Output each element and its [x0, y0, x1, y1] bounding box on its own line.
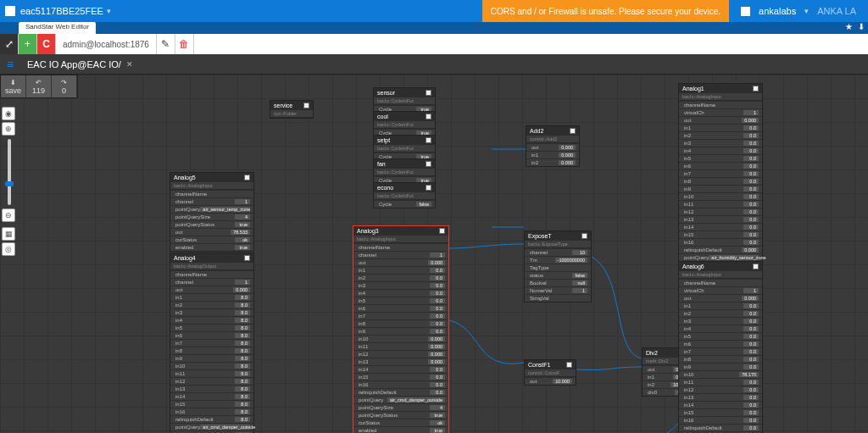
- node-row[interactable]: in40.0: [679, 325, 762, 332]
- node-row[interactable]: in90.0: [353, 327, 448, 335]
- node-toggle-icon[interactable]: [303, 103, 309, 108]
- node-row[interactable]: in100.0: [679, 192, 762, 200]
- node-row[interactable]: in88.0: [170, 347, 253, 354]
- node-row[interactable]: virtualCh1: [679, 108, 762, 116]
- node-toggle-icon[interactable]: [439, 228, 445, 234]
- node-row[interactable]: pointQuerySize4: [170, 213, 253, 220]
- node-row[interactable]: in98.0: [170, 354, 253, 362]
- eye-icon[interactable]: ◉: [2, 107, 15, 120]
- device-name[interactable]: eac5117BBE25FEE: [20, 6, 103, 16]
- zoom-in-icon[interactable]: ⊕: [2, 122, 15, 136]
- node-row[interactable]: relinquishDefault0.0: [679, 424, 762, 431]
- node-row[interactable]: channel1: [353, 251, 448, 258]
- node-row[interactable]: pointQueryair_humidity_sensor_zone: [679, 253, 762, 261]
- node-add2[interactable]: Add2 control::Add2 out0.000in10.000in20.…: [526, 125, 580, 167]
- star-icon[interactable]: ★: [845, 22, 853, 31]
- delete-button[interactable]: 🗑: [175, 34, 194, 54]
- node-row[interactable]: pointQueryair_sensor_temp_zone: [170, 205, 253, 213]
- node-row[interactable]: in130.0: [679, 393, 762, 401]
- node-row[interactable]: in140.0: [353, 365, 448, 373]
- node-row[interactable]: in150.0: [679, 230, 762, 238]
- user-label[interactable]: ankalabs: [759, 6, 796, 16]
- node-row[interactable]: in70.0: [679, 347, 762, 355]
- node-row[interactable]: in158.0: [170, 400, 253, 408]
- node-row[interactable]: in18.0: [170, 293, 253, 301]
- node-row[interactable]: out10.000: [525, 377, 576, 385]
- node-row[interactable]: in110.0: [679, 378, 762, 386]
- node-row[interactable]: channel1: [170, 197, 253, 205]
- menu-icon[interactable]: [5, 6, 15, 16]
- node-row[interactable]: in110.000: [353, 342, 448, 350]
- node-row[interactable]: in148.0: [170, 392, 253, 400]
- address-field[interactable]: admin@localhost:1876: [56, 34, 157, 54]
- node-row[interactable]: in30.0: [353, 281, 448, 289]
- node-row[interactable]: in110.0: [679, 200, 762, 208]
- node-sensor[interactable]: sensor bacIo::CycleInFut Cycletrue: [373, 87, 436, 114]
- node-row[interactable]: Cyclefalse: [374, 200, 435, 208]
- node-row[interactable]: in10.0: [679, 124, 762, 131]
- close-icon[interactable]: ✕: [126, 60, 133, 69]
- node-row[interactable]: in20.0: [353, 274, 448, 281]
- node-row[interactable]: relinquishDefault0.000: [679, 246, 762, 253]
- node-row[interactable]: in160.0: [679, 416, 762, 424]
- reload-button[interactable]: C: [37, 34, 56, 54]
- node-row[interactable]: in140.0: [679, 401, 762, 408]
- node-analog4[interactable]: Analog4 bacIo::AnalogOutput channelNamec…: [170, 253, 254, 433]
- node-toggle-icon[interactable]: [426, 90, 431, 96]
- node-toggle-icon[interactable]: [753, 264, 759, 269]
- node-analog6[interactable]: Analog6 bacIo::AnalogInput channelNamevi…: [678, 261, 763, 433]
- node-row[interactable]: in30.0: [679, 139, 762, 147]
- node-service[interactable]: service sys::Folder: [270, 100, 314, 119]
- node-setpt[interactable]: setpt bacIo::CycleInFut Cycletrue: [373, 135, 436, 161]
- node-row[interactable]: pointQueryair_cmd_damper_outside: [170, 423, 253, 430]
- node-row[interactable]: channelName: [170, 190, 253, 197]
- node-toggle-icon[interactable]: [426, 161, 431, 167]
- node-row[interactable]: in50.0: [353, 297, 448, 304]
- node-row[interactable]: relinquishDefault8.0: [170, 415, 253, 423]
- node-row[interactable]: in70.0: [353, 312, 448, 319]
- node-toggle-icon[interactable]: [426, 185, 431, 191]
- node-row[interactable]: curStatusok: [170, 236, 253, 243]
- node-toggle-icon[interactable]: [570, 128, 576, 134]
- node-row[interactable]: statusfalse: [525, 271, 591, 279]
- node-toggle-icon[interactable]: [426, 137, 431, 143]
- node-row[interactable]: in60.0: [679, 340, 762, 347]
- node-row[interactable]: in50.0: [679, 332, 762, 340]
- node-fan[interactable]: fan bacIo::CycleInFut Cycletrue: [373, 158, 436, 185]
- node-row[interactable]: virtualCh1: [679, 286, 762, 294]
- node-row[interactable]: in90.0: [679, 185, 762, 192]
- node-analog3[interactable]: Analog3 bacIo::AnalogInput channelNamech…: [353, 225, 449, 433]
- node-row[interactable]: Boolvalnull: [525, 279, 591, 286]
- node-row[interactable]: pointQueryStatustrue: [353, 411, 448, 419]
- node-row[interactable]: in100.000: [353, 335, 448, 342]
- node-row[interactable]: in160.0: [353, 380, 448, 388]
- copy-icon[interactable]: [741, 7, 750, 16]
- expand-button[interactable]: ⤢: [0, 34, 19, 54]
- node-row[interactable]: in60.0: [679, 162, 762, 169]
- target-icon[interactable]: ◎: [2, 242, 15, 256]
- node-row[interactable]: relinquishDefault0.0: [353, 388, 448, 396]
- node-row[interactable]: in20.000: [526, 158, 579, 166]
- node-row[interactable]: in120.0: [679, 386, 762, 393]
- node-toggle-icon[interactable]: [581, 233, 587, 239]
- node-row[interactable]: StrngVal: [525, 294, 591, 302]
- node-row[interactable]: Tm-1000000000: [525, 256, 591, 264]
- node-row[interactable]: in68.0: [170, 331, 253, 339]
- node-row[interactable]: in10.000: [526, 151, 579, 158]
- node-row[interactable]: pointQueryair_cmd_damper_outside: [353, 396, 448, 403]
- node-row[interactable]: in60.0: [353, 304, 448, 312]
- node-econo[interactable]: econo bacIo::CycleInFut Cyclefalse: [373, 182, 436, 208]
- node-constf1[interactable]: ConstF1 control::ConstF out10.000: [524, 359, 576, 386]
- node-toggle-icon[interactable]: [244, 175, 250, 180]
- node-row[interactable]: in108.0: [170, 362, 253, 369]
- canvas[interactable]: ◉ ⊕ ⊖ ▦ ◎ service sys::Folder sensor bac…: [0, 75, 868, 433]
- edit-button[interactable]: ✎: [157, 34, 175, 54]
- save-button[interactable]: ⬇save: [1, 75, 26, 97]
- node-row[interactable]: in58.0: [170, 324, 253, 331]
- node-row[interactable]: in78.0: [170, 339, 253, 347]
- node-row[interactable]: out0.000: [679, 116, 762, 124]
- node-toggle-icon[interactable]: [244, 255, 250, 261]
- node-row[interactable]: out0.000: [526, 143, 579, 151]
- node-row[interactable]: in40.0: [353, 289, 448, 297]
- node-row[interactable]: in138.0: [170, 385, 253, 392]
